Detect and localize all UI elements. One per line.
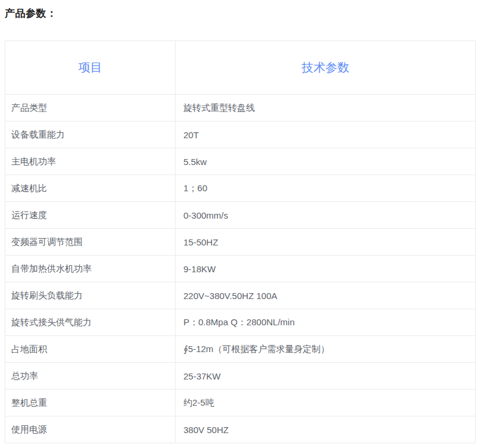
spec-value-cell: 旋转式重型转盘线 [176,95,476,122]
spec-item-cell: 总功率 [5,363,176,390]
spec-table-row: 自带加热供水机功率9-18KW [5,256,476,282]
spec-table-row: 主电机功率5.5kw [5,148,476,175]
spec-value-cell: 25-37KW [176,363,476,390]
spec-item-cell: 整机总重 [5,390,176,416]
column-header-item: 项目 [5,41,176,95]
spec-table-row: 旋转刷头负载能力220V~380V.50HZ 100A [5,282,476,309]
spec-item-cell: 产品类型 [5,95,176,122]
spec-value-cell: 380V 50HZ [176,416,476,443]
spec-item-cell: 使用电源 [5,416,176,443]
spec-table-row: 旋转式接头供气能力P：0.8Mpa Q：2800NL/min [5,309,476,336]
spec-table-row: 设备载重能力20T [5,122,476,148]
spec-value-cell: 5.5kw [176,148,476,175]
spec-table-row: 变频器可调节范围15-50HZ [5,229,476,256]
spec-table-row: 整机总重约2-5吨 [5,390,476,416]
spec-table-body: 产品类型旋转式重型转盘线设备载重能力20T主电机功率5.5kw减速机比1；60运… [5,95,476,443]
spec-item-cell: 减速机比 [5,175,176,202]
product-parameters-page: 产品参数： 项目 技术参数 产品类型旋转式重型转盘线设备载重能力20T主电机功率… [0,0,480,448]
spec-table-row: 产品类型旋转式重型转盘线 [5,95,476,122]
spec-item-cell: 旋转式接头供气能力 [5,309,176,336]
spec-item-cell: 主电机功率 [5,148,176,175]
spec-value-cell: P：0.8Mpa Q：2800NL/min [176,309,476,336]
spec-table-row: 运行速度0-300mm/s [5,202,476,229]
spec-item-cell: 运行速度 [5,202,176,229]
spec-table: 项目 技术参数 产品类型旋转式重型转盘线设备载重能力20T主电机功率5.5kw减… [5,41,476,443]
spec-item-cell: 变频器可调节范围 [5,229,176,256]
spec-item-cell: 自带加热供水机功率 [5,256,176,282]
page-title: 产品参数： [5,7,57,21]
spec-item-cell: 设备载重能力 [5,122,176,148]
spec-table-row: 使用电源380V 50HZ [5,416,476,443]
spec-value-cell: 15-50HZ [176,229,476,256]
spec-value-cell: ∮5-12m（可根据客户需求量身定制） [176,336,476,363]
spec-table-row: 占地面积∮5-12m（可根据客户需求量身定制） [5,336,476,363]
spec-table-row: 总功率25-37KW [5,363,476,390]
spec-value-cell: 0-300mm/s [176,202,476,229]
spec-table-header-row: 项目 技术参数 [5,41,476,95]
spec-value-cell: 1；60 [176,175,476,202]
spec-value-cell: 20T [176,122,476,148]
spec-value-cell: 220V~380V.50HZ 100A [176,282,476,309]
spec-item-cell: 旋转刷头负载能力 [5,282,176,309]
spec-item-cell: 占地面积 [5,336,176,363]
spec-table-row: 减速机比1；60 [5,175,476,202]
column-header-value: 技术参数 [176,41,476,95]
spec-value-cell: 9-18KW [176,256,476,282]
spec-value-cell: 约2-5吨 [176,390,476,416]
